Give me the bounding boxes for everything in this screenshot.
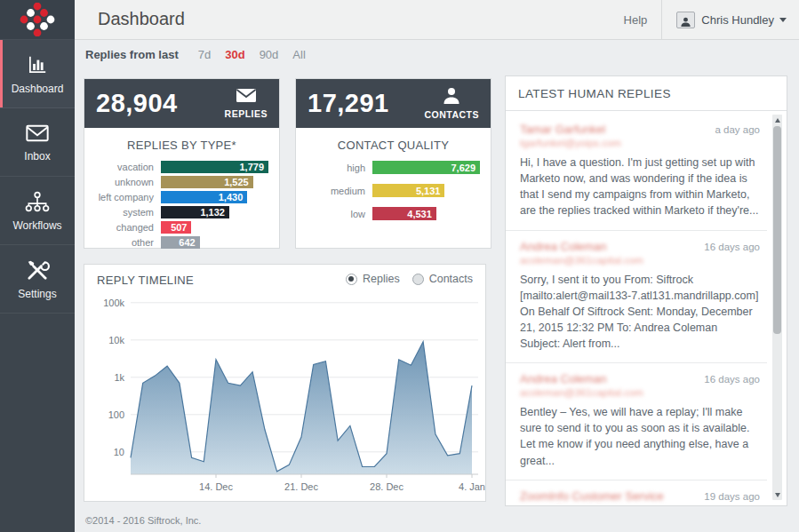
bar-category-label: system bbox=[95, 207, 161, 218]
x-axis-tick-label: 28. Dec bbox=[370, 481, 403, 492]
scroll-up-icon[interactable] bbox=[772, 115, 782, 125]
reply-sender-name[interactable]: Andrea Coleman bbox=[520, 372, 607, 385]
sidebar-item-dashboard[interactable]: Dashboard bbox=[0, 40, 75, 108]
contacts-stat-card: 17,291 CONTACTS CONTACT QUALITY high7,62… bbox=[295, 78, 491, 249]
replies-count: 28,904 bbox=[96, 89, 178, 118]
bar-category-label: changed bbox=[95, 222, 161, 233]
sitemap-icon bbox=[25, 190, 50, 213]
reply-sender-name[interactable]: Tamar Garfunkel bbox=[520, 123, 605, 136]
reply-body: Hi, I have a question. I'm just getting … bbox=[520, 155, 760, 219]
panel-scrollbar[interactable] bbox=[772, 115, 782, 500]
bar-value-label: 1,525 bbox=[224, 177, 253, 187]
bar-fill: 1,779 bbox=[161, 161, 268, 173]
header-divider bbox=[661, 0, 662, 39]
bar-row-system: system1,132 bbox=[95, 206, 268, 218]
user-avatar-icon bbox=[676, 12, 695, 28]
reply-sender-email[interactable]: tgarfunkel@yoips.com bbox=[520, 138, 760, 148]
siftrock-logo[interactable] bbox=[0, 0, 75, 40]
logo-dots-icon bbox=[19, 3, 56, 36]
bar-value-label: 4,531 bbox=[407, 209, 436, 219]
sidebar-item-label: Workflows bbox=[12, 219, 61, 232]
reply-timestamp: 16 days ago bbox=[704, 374, 760, 385]
filter-label: Replies from last bbox=[85, 48, 179, 61]
envelope-icon bbox=[236, 88, 257, 107]
radio-replies[interactable]: Replies bbox=[346, 273, 400, 285]
filter-option-30d[interactable]: 30d bbox=[225, 48, 244, 61]
replies-by-type-chart: vacation1,779unknown1,525left company1,4… bbox=[84, 161, 279, 249]
reply-sender-email[interactable]: acoleman@361capital.com bbox=[520, 255, 760, 266]
filter-option-all[interactable]: All bbox=[292, 48, 305, 61]
bar-value-label: 5,131 bbox=[416, 186, 445, 196]
panel-title: LATEST HUMAN REPLIES bbox=[506, 76, 787, 111]
filter-option-7d[interactable]: 7d bbox=[198, 48, 211, 61]
sidebar-item-inbox[interactable]: Inbox bbox=[0, 108, 75, 177]
reply-timeline-card: REPLY TIMELINE Replies Contacts 101001k1… bbox=[84, 264, 486, 502]
filter-option-90d[interactable]: 90d bbox=[260, 48, 279, 61]
bar-row-left-company: left company1,430 bbox=[95, 191, 268, 203]
bar-fill: 507 bbox=[161, 221, 191, 234]
bar-track: 1,525 bbox=[161, 176, 268, 188]
user-menu[interactable]: Chris Hundley bbox=[701, 13, 774, 27]
bar-fill: 5,131 bbox=[372, 184, 444, 197]
bar-track: 5,131 bbox=[372, 184, 480, 197]
bar-category-label: medium bbox=[307, 186, 372, 196]
bar-category-label: vacation bbox=[95, 162, 161, 172]
reply-sender-email[interactable]: acoleman@361capital.com bbox=[520, 387, 760, 398]
reply-item[interactable]: Andrea Coleman 16 days ago acoleman@361c… bbox=[506, 231, 767, 364]
top-header: Dashboard Help Chris Hundley bbox=[75, 0, 799, 40]
bar-fill: 1,430 bbox=[161, 191, 247, 203]
copyright-text: ©2014 - 2016 Siftrock, Inc. bbox=[85, 515, 201, 526]
bar-category-label: high bbox=[307, 163, 372, 173]
contact-quality-chart: high7,629medium5,131low4,531 bbox=[296, 161, 491, 220]
bar-track: 7,629 bbox=[372, 161, 480, 174]
scrollbar-thumb[interactable] bbox=[773, 126, 781, 334]
scroll-down-icon[interactable] bbox=[772, 489, 782, 500]
help-link[interactable]: Help bbox=[624, 13, 648, 27]
radio-replies-icon[interactable] bbox=[346, 274, 357, 285]
reply-timestamp: 16 days ago bbox=[704, 242, 760, 252]
sidebar-item-settings[interactable]: Settings bbox=[0, 245, 75, 314]
reply-sender-name[interactable]: ZoomInfo Customer Service bbox=[520, 489, 664, 503]
bar-category-label: other bbox=[95, 237, 161, 248]
reply-timeline-chart: 101001k10k100k14. Dec21. Dec28. Dec4. Ja… bbox=[92, 297, 483, 497]
reply-sender-name[interactable]: Andrea Coleman bbox=[520, 240, 607, 253]
bar-fill: 7,629 bbox=[372, 161, 480, 174]
x-axis-tick-label: 14. Dec bbox=[199, 481, 233, 492]
reply-timestamp: a day ago bbox=[715, 124, 760, 135]
reply-timestamp: 19 days ago bbox=[704, 491, 760, 502]
bar-value-label: 507 bbox=[171, 222, 191, 233]
date-range-filter: Replies from last 7d 30d 90d All bbox=[85, 48, 320, 61]
sidebar-item-workflows[interactable]: Workflows bbox=[0, 177, 75, 245]
bar-track: 1,132 bbox=[161, 206, 268, 218]
bar-fill: 642 bbox=[161, 236, 200, 249]
bar-track: 507 bbox=[161, 221, 268, 234]
bar-row-changed: changed507 bbox=[95, 221, 268, 234]
radio-contacts-icon[interactable] bbox=[412, 274, 424, 285]
bar-track: 1,430 bbox=[161, 191, 268, 203]
replies-stat-card: 28,904 REPLIES REPLIES BY TYPE* vacation… bbox=[84, 78, 280, 249]
bar-category-label: unknown bbox=[95, 177, 161, 187]
reply-item[interactable]: Tamar Garfunkel a day ago tgarfunkel@yoi… bbox=[506, 114, 767, 231]
y-axis-tick-label: 10k bbox=[108, 335, 124, 345]
latest-human-replies-panel: LATEST HUMAN REPLIES Tamar Garfunkel a d… bbox=[505, 75, 787, 506]
y-axis-tick-label: 10 bbox=[114, 447, 124, 457]
x-axis-tick-label: 4. Jan bbox=[459, 481, 485, 492]
contacts-stat-label: CONTACTS bbox=[424, 109, 479, 120]
bar-fill: 4,531 bbox=[372, 207, 436, 220]
contact-quality-title: CONTACT QUALITY bbox=[296, 128, 491, 161]
replies-stat-label: REPLIES bbox=[225, 108, 268, 119]
bar-value-label: 1,430 bbox=[219, 192, 248, 202]
radio-contacts[interactable]: Contacts bbox=[412, 273, 473, 285]
reply-item[interactable]: Andrea Coleman 16 days ago acoleman@361c… bbox=[506, 363, 767, 480]
bar-row-high: high7,629 bbox=[307, 161, 480, 174]
bar-row-other: other642 bbox=[95, 236, 268, 249]
bar-value-label: 642 bbox=[179, 237, 199, 248]
bar-fill: 1,132 bbox=[161, 206, 229, 218]
sidebar: Dashboard Inbox Workflows Settings bbox=[0, 0, 75, 532]
sidebar-item-label: Settings bbox=[18, 288, 56, 300]
reply-item[interactable]: ZoomInfo Customer Service 19 days ago re… bbox=[506, 480, 767, 504]
sidebar-item-label: Dashboard bbox=[12, 83, 64, 95]
chevron-down-icon[interactable] bbox=[779, 18, 787, 22]
bar-row-unknown: unknown1,525 bbox=[95, 176, 268, 188]
bar-row-vacation: vacation1,779 bbox=[95, 161, 268, 173]
